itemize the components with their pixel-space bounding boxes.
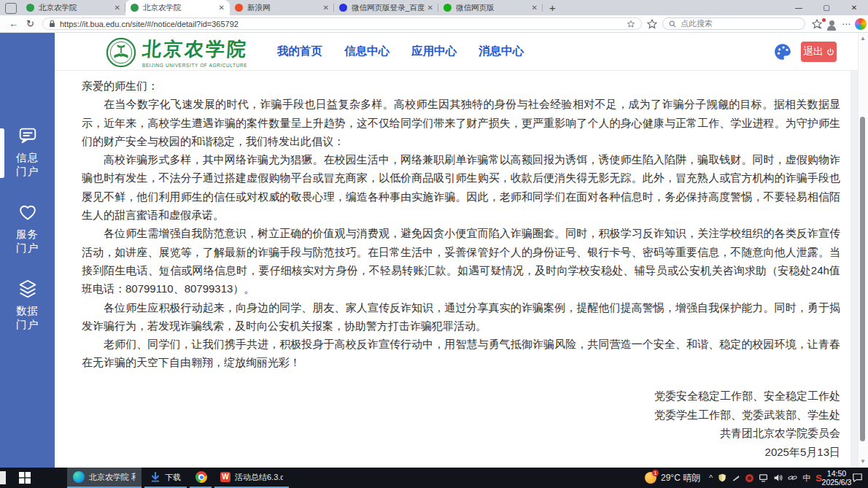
- url-text: https://it.bua.edu.cn/site/#/notice/deta…: [60, 20, 627, 28]
- university-name-cn: 北京农学院: [142, 36, 249, 62]
- sidebar-item-label: 数据门户: [16, 304, 39, 332]
- scroll-down-arrow[interactable]: ▼: [859, 458, 867, 465]
- minimize-button[interactable]: —: [785, 0, 813, 15]
- lock-icon: [49, 20, 55, 28]
- tray-link-icon[interactable]: [788, 473, 797, 482]
- new-tab-button[interactable]: +: [549, 0, 556, 15]
- heart-icon: [17, 201, 39, 223]
- layers-icon: [17, 278, 39, 300]
- copilot-icon[interactable]: [855, 18, 867, 30]
- notice-paragraph: 高校诈骗形式多样，其中网络诈骗尤为猖獗。在校园生活中，网络兼职刷单诈骗常以高额回…: [82, 150, 840, 224]
- tray-shield-icon[interactable]: [718, 473, 726, 482]
- tab-close-icon[interactable]: ✕: [532, 4, 538, 12]
- tray-expand-chevron-icon[interactable]: ^: [709, 473, 713, 482]
- collections-icon[interactable]: [811, 18, 823, 30]
- tab-favicon: [339, 4, 347, 12]
- tab-favicon: [235, 4, 243, 12]
- tab-close-icon[interactable]: ✕: [115, 4, 120, 12]
- logout-label: 退出: [803, 45, 824, 58]
- download-arrow-icon: [150, 472, 160, 482]
- university-emblem-icon: [106, 37, 136, 68]
- sidebar-item-service-portal[interactable]: 服务门户: [0, 201, 55, 255]
- tab-close-icon[interactable]: ✕: [323, 4, 329, 12]
- browser-tab-strip: 北京农学院 ✕ 北京农学院 ✕ 新浪网 ✕ 微信网页版登录_百度搜索 ✕ 微信网…: [0, 0, 868, 15]
- scrollbar-thumb[interactable]: [860, 117, 865, 441]
- bookmark-star-icon[interactable]: [627, 20, 635, 28]
- nav-app-center[interactable]: 应用中心: [411, 44, 457, 59]
- windows-taskbar: 北京农学院 和另外... 下载 W 活动总结6.3.docx ... 1 29°…: [0, 468, 868, 488]
- tab-title: 新浪网: [247, 3, 320, 13]
- taskbar-weather[interactable]: 1 29°C 晴朗: [645, 468, 700, 488]
- search-placeholder: 点此搜索: [681, 18, 713, 29]
- taskbar-downloads-app[interactable]: 下载: [144, 468, 187, 488]
- back-button[interactable]: ←: [9, 15, 18, 32]
- portal-nav: 我的首页 信息中心 应用中心 消息中心: [277, 33, 524, 70]
- ime-chinese-indicator[interactable]: 中: [802, 473, 810, 484]
- taskbar-app-label: 活动总结6.3.docx ...: [235, 472, 283, 483]
- nav-message-center[interactable]: 消息中心: [478, 44, 524, 59]
- browser-menu-icon[interactable]: ⋯: [840, 18, 852, 30]
- close-button[interactable]: ✕: [840, 0, 868, 15]
- logout-button[interactable]: 退出: [801, 42, 837, 62]
- tab-title: 北京农学院: [143, 3, 216, 13]
- browser-tab-1[interactable]: 北京农学院 ✕: [21, 0, 125, 15]
- weather-icon: 1: [645, 472, 656, 484]
- browser-tab-4[interactable]: 微信网页版登录_百度搜索 ✕: [334, 0, 438, 15]
- notice-paragraph: 老师们、同学们，让我们携手共进，积极投身于高校反诈宣传行动中，用智慧与勇气抵御诈…: [82, 335, 840, 372]
- sidebar-item-data-portal[interactable]: 数据门户: [0, 278, 55, 332]
- tab-title: 北京农学院: [39, 3, 112, 13]
- chrome-icon: [195, 471, 207, 483]
- taskbar-edge-app[interactable]: 北京农学院 和另外...: [67, 468, 142, 488]
- university-name-en: BEIJING UNIVERSITY OF AGRICULTURE: [142, 63, 248, 68]
- scroll-up-arrow[interactable]: ▲: [859, 35, 867, 42]
- portal-sidebar: 信息门户 服务门户 数据门户: [0, 33, 55, 468]
- tab-favicon: [131, 4, 139, 12]
- notice-salutation: 亲爱的师生们：: [82, 77, 840, 95]
- browser-tab-3[interactable]: 新浪网 ✕: [230, 0, 334, 15]
- maximize-button[interactable]: ▢: [813, 0, 840, 15]
- notice-content: 亲爱的师生们： 在当今数字化飞速发展的时代，诈骗手段也日益复杂多样。高校师生因其…: [55, 71, 850, 468]
- windows-start-icon[interactable]: [19, 472, 31, 484]
- weather-text: 29°C 晴朗: [661, 472, 700, 484]
- nav-my-home[interactable]: 我的首页: [277, 44, 322, 59]
- tab-close-icon[interactable]: ✕: [427, 4, 433, 12]
- tab-favicon: [26, 4, 34, 12]
- window-controls: — ▢ ✕: [785, 0, 868, 15]
- tray-pen-icon[interactable]: [732, 473, 740, 482]
- theme-palette-icon[interactable]: [773, 42, 792, 61]
- taskbar-wps-app[interactable]: W 活动总结6.3.docx ...: [214, 468, 289, 488]
- refresh-button[interactable]: ↻: [26, 15, 34, 32]
- tray-volume-icon[interactable]: [773, 473, 783, 482]
- tab-title: 微信网页版登录_百度搜索: [352, 3, 425, 13]
- address-bar[interactable]: https://it.bua.edu.cn/site/#/notice/deta…: [42, 18, 642, 30]
- tab-close-icon[interactable]: ✕: [219, 4, 225, 12]
- taskbar-chrome-app[interactable]: [190, 468, 212, 488]
- tray-recording-icon[interactable]: [745, 474, 753, 482]
- sidebar-item-label: 信息门户: [16, 151, 39, 179]
- notice-signatures: 党委安全稳定工作部、安全稳定工作处 党委学生工作部、党委武装部、学生处 共青团北…: [654, 387, 840, 461]
- sidebar-item-info-portal[interactable]: 信息门户: [0, 125, 55, 179]
- nav-info-center[interactable]: 信息中心: [344, 44, 390, 59]
- notice-paragraph: 各位师生需增强自我防范意识，树立正确的价值观与消费观，避免因贪小便宜而陷入诈骗圈…: [82, 224, 840, 298]
- weather-badge: 1: [652, 470, 659, 476]
- tray-network-icon[interactable]: [759, 473, 768, 482]
- browser-tab-5[interactable]: 微信网页版 ✕: [438, 0, 543, 15]
- university-logo: 北京农学院 BEIJING UNIVERSITY OF AGRICULTURE: [106, 36, 248, 68]
- browser-toolbar: ← ↻ https://it.bua.edu.cn/site/#/notice/…: [0, 15, 868, 33]
- search-icon: [669, 20, 676, 28]
- taskbar-app-label: 下载: [165, 472, 181, 483]
- browser-tab-2-active[interactable]: 北京农学院 ✕: [125, 0, 230, 15]
- wps-icon: W: [220, 472, 230, 482]
- search-box[interactable]: 点此搜索: [662, 18, 805, 30]
- notification-center-icon[interactable]: [852, 473, 863, 483]
- favorites-star-icon[interactable]: [646, 18, 658, 30]
- power-icon: [826, 48, 834, 56]
- notice-paragraph: 各位师生应积极行动起来，向身边的同学、朋友、家人宣传反诈知识，通过分享真实的诈骗…: [82, 298, 840, 336]
- notice-paragraph: 在当今数字化飞速发展的时代，诈骗手段也日益复杂多样。高校师生因其独特的身份与社会…: [82, 95, 840, 150]
- pinned-app-partial-icon[interactable]: [0, 471, 6, 484]
- tab-favicon: [443, 4, 452, 12]
- tab-actions-icon[interactable]: [5, 3, 17, 14]
- sidebar-item-label: 服务门户: [16, 228, 39, 255]
- tab-title: 微信网页版: [456, 3, 529, 13]
- signature-date: 2025年5月13日: [654, 443, 840, 462]
